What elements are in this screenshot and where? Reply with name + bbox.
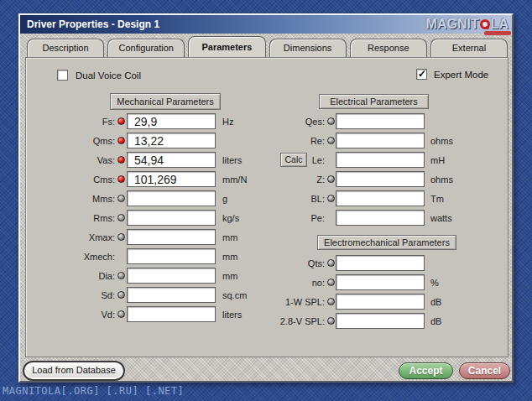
tab-configuration[interactable]: Configuration (107, 39, 185, 57)
unit-label-2-8-v-spl: dB (430, 316, 441, 326)
2-8-v-spl-input[interactable] (336, 313, 425, 329)
logo-text-left: MAGNIT (426, 17, 479, 31)
no-input[interactable] (336, 274, 425, 290)
parameters-tab-panel: Dual Voice Coil Expert Mode Mechanical P… (25, 57, 509, 357)
param-row-2-8-v-spl: 2.8-V SPL:dB (26, 313, 508, 330)
led-indicator-qts (327, 259, 335, 267)
window-title: Driver Properties - Design 1 (27, 18, 159, 30)
param-row-no: no:% (26, 274, 508, 291)
qts-input[interactable] (336, 255, 425, 271)
logo-tagline (484, 31, 511, 35)
field-label-1-w-spl: 1-W SPL: (227, 297, 325, 307)
param-row-qts: Qts: (26, 255, 508, 272)
led-indicator-no (327, 279, 335, 286)
tab-bar: DescriptionConfigurationParametersDimens… (27, 39, 508, 57)
unit-label-1-w-spl: dB (430, 297, 441, 307)
field-label-2-8-v-spl: 2.8-V SPL: (227, 316, 325, 326)
logo-o-ring-icon (480, 19, 490, 29)
led-indicator-1-w-spl (327, 298, 335, 305)
desktop: { "window": { "title": "Driver Propertie… (0, 0, 532, 401)
window-titlebar[interactable]: Driver Properties - Design 1 MAGNITLA (20, 15, 512, 34)
load-from-database-button[interactable]: Load from Database (23, 361, 125, 381)
electromechanical-rows: Qts:no:%1-W SPL:dB2.8-V SPL:dB (26, 58, 508, 357)
status-bar: MAGNITOLA[.ORG] [.RU] [.NET] (3, 385, 184, 397)
tab-dimensions[interactable]: Dimensions (269, 39, 347, 57)
tab-response[interactable]: Response (350, 39, 427, 57)
logo-text-right: LA (491, 17, 509, 31)
led-indicator-2-8-v-spl (327, 317, 335, 325)
param-row-1-w-spl: 1-W SPL:dB (26, 294, 508, 310)
accept-button[interactable]: Accept (399, 362, 453, 379)
field-label-qts: Qts: (227, 258, 325, 268)
tab-external[interactable]: External (430, 39, 508, 57)
driver-properties-window: Driver Properties - Design 1 MAGNITLA De… (18, 13, 514, 383)
unit-label-no: % (430, 278, 439, 288)
cancel-button[interactable]: Cancel (459, 362, 510, 379)
tab-parameters[interactable]: Parameters (188, 36, 265, 57)
field-label-no: no: (227, 278, 325, 288)
tab-description[interactable]: Description (27, 39, 104, 57)
1-w-spl-input[interactable] (336, 294, 425, 310)
